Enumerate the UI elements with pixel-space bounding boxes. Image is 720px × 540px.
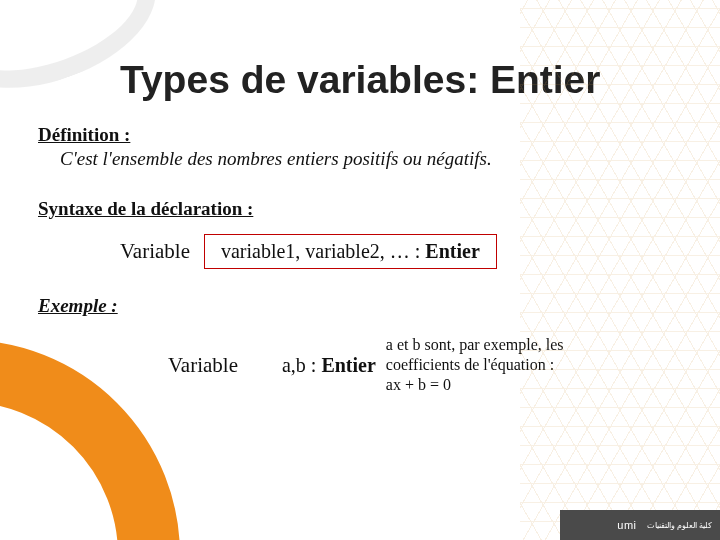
footer-logo-faculty: كلية العلوم والتقنيات: [647, 521, 712, 530]
example-type: Entier: [321, 354, 375, 376]
syntax-heading: Syntaxe de la déclaration :: [38, 198, 682, 220]
example-heading: Exemple :: [38, 295, 682, 317]
syntax-declaration: Variable variable1, variable2, … : Entie…: [120, 234, 682, 269]
example-note: a et b sont, par exemple, les coefficien…: [386, 335, 571, 395]
syntax-vars: variable1, variable2, … :: [221, 240, 425, 262]
footer-bar: umi كلية العلوم والتقنيات: [560, 510, 720, 540]
definition-text: C'est l'ensemble des nombres entiers pos…: [60, 148, 682, 170]
example-vars: a,b :: [282, 354, 321, 376]
syntax-box: variable1, variable2, … : Entier: [204, 234, 497, 269]
slide-content: Définition : C'est l'ensemble des nombre…: [38, 124, 682, 395]
syntax-keyword: Variable: [120, 239, 190, 264]
syntax-type: Entier: [425, 240, 479, 262]
example-keyword: Variable: [168, 353, 238, 378]
example-declaration: a,b : Entier: [282, 354, 376, 377]
example-row: Variable a,b : Entier a et b sont, par e…: [168, 335, 682, 395]
slide-title: Types de variables: Entier: [120, 58, 720, 102]
definition-heading: Définition :: [38, 124, 682, 146]
footer-logo-umi: umi: [617, 519, 636, 531]
